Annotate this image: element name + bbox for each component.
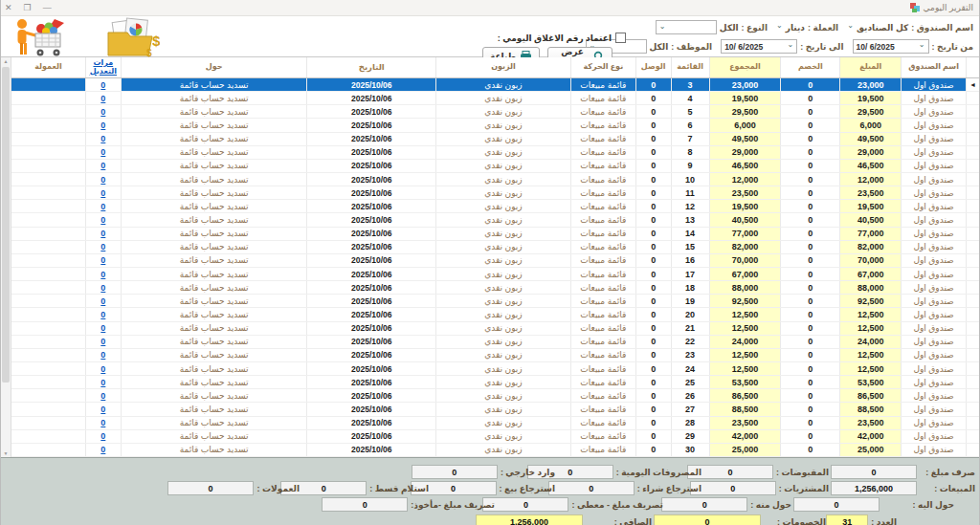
- movement-type-cell: قائمة مبيعات: [570, 376, 635, 388]
- currency-combo[interactable]: دينار: [786, 23, 805, 33]
- table-row[interactable]: صندوق اول67,000067,000170قائمة مبيعاتزبو…: [11, 268, 979, 281]
- edit-count-link[interactable]: 0: [85, 268, 121, 280]
- table-row[interactable]: صندوق اول12,500012,500240قائمة مبيعاتزبو…: [11, 362, 979, 376]
- fund-cell: صندوق اول: [901, 349, 966, 361]
- edit-count-link[interactable]: 0: [85, 241, 121, 253]
- edit-count-link[interactable]: 0: [85, 417, 121, 429]
- chevron-down-icon[interactable]: ⌄: [776, 22, 783, 30]
- discount-cell: 0: [780, 173, 839, 186]
- edit-count-link[interactable]: 0: [85, 173, 121, 186]
- close-icon[interactable]: ✕: [5, 0, 12, 15]
- to-date-picker[interactable]: ⌄ 10/ 6/2025: [721, 39, 797, 54]
- table-row[interactable]: صندوق اول70,000070,000160قائمة مبيعاتزبو…: [11, 254, 979, 268]
- edit-count-link[interactable]: 0: [85, 105, 121, 118]
- minimize-icon[interactable]: —: [43, 0, 52, 15]
- edit-count-link[interactable]: 0: [85, 281, 121, 294]
- edit-count-link[interactable]: 0: [85, 119, 121, 131]
- edit-count-link[interactable]: 0: [85, 389, 121, 402]
- row-selector-cell: [966, 160, 979, 172]
- table-row[interactable]: صندوق اول12,500012,500210قائمة مبيعاتزبو…: [11, 322, 979, 336]
- receipt-cell: 0: [635, 228, 671, 240]
- table-row[interactable]: صندوق اول88,500088,500270قائمة مبيعاتزبو…: [11, 403, 979, 416]
- edit-count-link[interactable]: 0: [85, 160, 121, 172]
- column-header-list-no[interactable]: القائمة: [671, 57, 709, 77]
- table-row[interactable]: صندوق اول23,500023,500280قائمة مبيعاتزبو…: [11, 417, 979, 430]
- list-no-cell: 29: [671, 430, 709, 443]
- movement-type-cell: قائمة مبيعات: [570, 281, 635, 294]
- edit-count-link[interactable]: 0: [85, 430, 121, 443]
- edit-count-link[interactable]: 0: [85, 146, 121, 159]
- table-row[interactable]: صندوق اول19,500019,500120قائمة مبيعاتزبو…: [11, 200, 979, 213]
- table-row[interactable]: صندوق اول92,500092,500190قائمة مبيعاتزبو…: [11, 295, 979, 308]
- table-row[interactable]: صندوق اول24,000024,000220قائمة مبيعاتزبو…: [11, 336, 979, 349]
- table-row[interactable]: صندوق اول19,500019,50040قائمة مبيعاتزبون…: [11, 92, 979, 105]
- table-row[interactable]: صندوق اول12,500012,500200قائمة مبيعاتزبو…: [11, 308, 979, 321]
- maximize-icon[interactable]: ❐: [24, 0, 32, 15]
- summary-value: 0: [831, 465, 917, 479]
- table-row[interactable]: ◄صندوق اول23,000023,00030قائمة مبيعاتزبو…: [11, 78, 979, 92]
- column-header-receipt[interactable]: الوصل: [635, 57, 671, 77]
- edit-count-link[interactable]: 0: [85, 349, 121, 361]
- edit-count-link[interactable]: 0: [85, 92, 121, 104]
- column-header-customer[interactable]: الزبون: [435, 57, 570, 77]
- amount-cell: 86,500: [839, 389, 901, 402]
- table-row[interactable]: صندوق اول12,500012,500230قائمة مبيعاتزبو…: [11, 349, 979, 362]
- edit-count-link[interactable]: 0: [85, 133, 121, 145]
- table-row[interactable]: صندوق اول40,500040,500130قائمة مبيعاتزبو…: [11, 213, 979, 227]
- receipt-cell: 0: [635, 389, 671, 402]
- table-row[interactable]: صندوق اول86,500086,500260قائمة مبيعاتزبو…: [11, 389, 979, 403]
- type-combo[interactable]: ⌄: [656, 20, 717, 34]
- scroll-down-icon[interactable]: ▼: [1, 450, 11, 456]
- table-row[interactable]: صندوق اول42,000042,000290قائمة مبيعاتزبو…: [11, 430, 979, 444]
- edit-count-link[interactable]: 0: [85, 78, 121, 91]
- table-row[interactable]: صندوق اول77,000077,000140قائمة مبيعاتزبو…: [11, 228, 979, 241]
- edit-count-link[interactable]: 0: [85, 213, 121, 226]
- column-header-commission[interactable]: العمولة: [11, 57, 85, 77]
- fund-combo[interactable]: كل الصناديق: [857, 23, 908, 33]
- column-header-fund[interactable]: اسم الصندوق: [901, 57, 966, 77]
- table-row[interactable]: صندوق اول53,500053,500250قائمة مبيعاتزبو…: [11, 376, 979, 389]
- column-header-discount[interactable]: الخصم: [780, 57, 839, 77]
- table-row[interactable]: صندوق اول29,000029,00080قائمة مبيعاتزبون…: [11, 146, 979, 160]
- edit-count-link[interactable]: 0: [85, 186, 121, 199]
- edit-count-link[interactable]: 0: [85, 444, 121, 456]
- edit-count-link[interactable]: 0: [85, 403, 121, 415]
- column-header-total[interactable]: المجموع: [709, 57, 781, 77]
- table-row[interactable]: صندوق اول88,000088,000180قائمة مبيعاتزبو…: [11, 281, 979, 295]
- column-header-movement-type[interactable]: نوع الحركة: [570, 57, 635, 77]
- vertical-scrollbar[interactable]: ▲ ▼: [1, 57, 11, 457]
- column-header-date[interactable]: التاريخ: [306, 57, 435, 77]
- summary-field: استرجاع شراء :0: [557, 481, 702, 495]
- closing-number-checkbox[interactable]: [615, 33, 626, 43]
- table-row[interactable]: صندوق اول12,000012,000100قائمة مبيعاتزبو…: [11, 173, 979, 186]
- edit-count-link[interactable]: 0: [85, 362, 121, 375]
- table-row[interactable]: صندوق اول25,000025,000300قائمة مبيعاتزبو…: [11, 444, 979, 457]
- summary-label: العمولات :: [255, 484, 300, 493]
- edit-count-link[interactable]: 0: [85, 228, 121, 240]
- table-row[interactable]: صندوق اول29,500029,50050قائمة مبيعاتزبون…: [11, 105, 979, 119]
- date-cell: 2025/10/06: [306, 389, 435, 402]
- commission-cell: [11, 362, 85, 375]
- column-header-edit-count[interactable]: مرات التعديل: [85, 57, 121, 77]
- table-row[interactable]: صندوق اول23,500023,500110قائمة مبيعاتزبو…: [11, 186, 979, 200]
- scroll-up-icon[interactable]: ▲: [1, 58, 11, 64]
- chevron-down-icon: ⌄: [919, 41, 925, 49]
- table-row[interactable]: صندوق اول6,00006,00060قائمة مبيعاتزبون ن…: [11, 119, 979, 132]
- edit-count-link[interactable]: 0: [85, 376, 121, 388]
- edit-count-link[interactable]: 0: [85, 336, 121, 348]
- column-header-amount[interactable]: المبلغ: [839, 57, 901, 77]
- list-no-cell: 20: [671, 308, 709, 320]
- from-date-picker[interactable]: ⌄ 10/ 6/2025: [853, 39, 929, 54]
- table-row[interactable]: صندوق اول82,000082,000150قائمة مبيعاتزبو…: [11, 241, 979, 254]
- scrollbar-thumb[interactable]: [2, 67, 10, 383]
- list-no-cell: 30: [671, 444, 709, 456]
- edit-count-link[interactable]: 0: [85, 308, 121, 320]
- edit-count-link[interactable]: 0: [85, 295, 121, 307]
- chevron-down-icon[interactable]: ⌄: [847, 22, 854, 30]
- edit-count-link[interactable]: 0: [85, 254, 121, 267]
- table-row[interactable]: صندوق اول49,500049,50070قائمة مبيعاتزبون…: [11, 133, 979, 146]
- edit-count-link[interactable]: 0: [85, 322, 121, 335]
- column-header-about[interactable]: حول: [121, 57, 307, 77]
- table-row[interactable]: صندوق اول46,500046,50090قائمة مبيعاتزبون…: [11, 160, 979, 173]
- edit-count-link[interactable]: 0: [85, 200, 121, 212]
